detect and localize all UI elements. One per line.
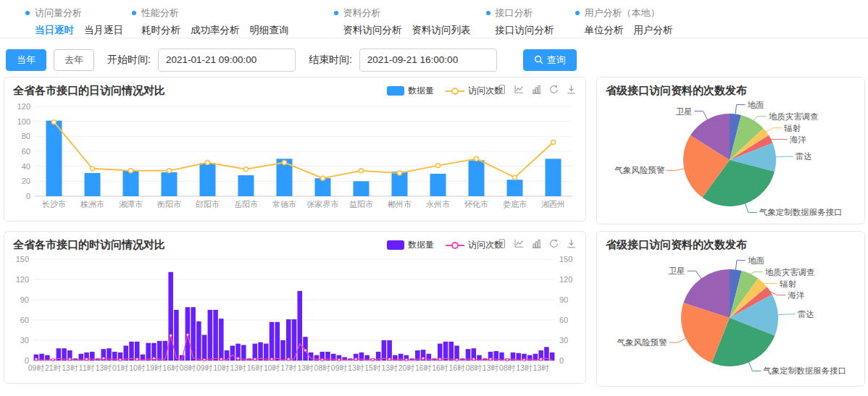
- left-column: 全省各市接口的日访问情况对比 数据量 访问次数 020406080100120长…: [4, 77, 586, 387]
- bar: [208, 310, 213, 361]
- nav-item[interactable]: 资料访问列表: [412, 24, 471, 37]
- pie-label: 气象定制数据服务接口: [763, 366, 846, 375]
- bullet-dot-icon: [25, 11, 30, 15]
- refresh-icon[interactable]: [548, 238, 559, 249]
- bar: [270, 322, 275, 361]
- svg-text:永州市: 永州市: [426, 200, 450, 208]
- bar: [507, 180, 523, 196]
- nav-item[interactable]: 耗时分析: [141, 24, 180, 37]
- svg-text:08时: 08时: [314, 363, 331, 372]
- nav-group-title: 性能分析: [132, 7, 289, 20]
- pie-label: 雷达: [796, 152, 812, 161]
- line-chart-switch-icon[interactable]: [514, 84, 525, 95]
- nav-item[interactable]: 接口访问分析: [496, 24, 554, 37]
- legend-item-dataset[interactable]: 数据量: [387, 239, 434, 251]
- chart-toolbox: [496, 238, 577, 249]
- pie-label: 气象定制数据服务接口: [759, 208, 843, 216]
- line-chart-switch-icon[interactable]: [514, 238, 525, 249]
- bar-chart-switch-icon[interactable]: [531, 84, 542, 95]
- svg-text:张家界市: 张家界市: [307, 200, 339, 208]
- bar: [258, 342, 263, 361]
- bar: [46, 121, 62, 196]
- bar-swatch: [387, 86, 404, 96]
- svg-text:13时: 13时: [516, 363, 533, 372]
- pie-label: 海洋: [788, 291, 805, 300]
- filter-bar: 当年 去年 开始时间: 结束时间: 查询: [0, 38, 868, 72]
- download-icon[interactable]: [566, 238, 577, 249]
- svg-text:40: 40: [22, 162, 30, 171]
- svg-text:岳阳市: 岳阳市: [234, 200, 258, 208]
- svg-text:16时: 16时: [432, 363, 448, 372]
- svg-text:13时: 13时: [533, 363, 550, 372]
- svg-text:90: 90: [559, 295, 568, 304]
- refresh-icon[interactable]: [548, 84, 559, 95]
- svg-text:08时: 08时: [466, 363, 483, 372]
- pie-label: 雷达: [798, 310, 814, 319]
- last-year-button[interactable]: 去年: [54, 49, 94, 71]
- bullet-dot-icon: [334, 11, 338, 15]
- svg-text:湘西州: 湘西州: [541, 200, 565, 208]
- end-time-label: 结束时间:: [309, 54, 352, 67]
- bar: [264, 344, 269, 361]
- access-count-pie-chart: 地面地质灾害调查辐射海洋雷达气象定制数据服务接口气象风险预警卫星: [597, 96, 864, 224]
- bar: [469, 160, 485, 196]
- data-view-icon[interactable]: [496, 238, 507, 249]
- svg-text:10时: 10时: [213, 363, 230, 372]
- legend-item-visits[interactable]: 访问次数: [446, 239, 503, 251]
- bar: [168, 272, 173, 361]
- bar: [202, 335, 207, 361]
- nav-item[interactable]: 明细查询: [250, 24, 289, 37]
- query-button-label: 查询: [547, 54, 566, 67]
- this-year-button[interactable]: 当年: [6, 49, 46, 71]
- pie-label: 气象风险预警: [614, 166, 665, 174]
- query-button[interactable]: 查询: [523, 49, 577, 71]
- search-icon: [534, 55, 543, 64]
- province-pie-card-1: 省级接口访问资料的次数发布 地面地质灾害调查辐射海洋雷达气象定制数据服务接口气象…: [596, 77, 865, 224]
- nav-item[interactable]: 当月逐日: [84, 24, 123, 37]
- bar-series: [46, 121, 562, 196]
- svg-text:120: 120: [17, 102, 30, 111]
- nav-item[interactable]: 成功率分析: [191, 24, 240, 37]
- bar: [162, 172, 178, 196]
- nav-item[interactable]: 资料访问分析: [343, 24, 402, 37]
- svg-text:13时: 13时: [297, 363, 314, 372]
- svg-text:16时: 16时: [448, 363, 465, 372]
- chart-legend: 数据量 访问次数: [387, 85, 503, 97]
- nav-group-3: 接口分析接口访问分析: [486, 7, 554, 37]
- svg-text:30: 30: [20, 336, 29, 345]
- svg-text:08时: 08时: [499, 363, 516, 372]
- svg-text:150: 150: [559, 255, 572, 264]
- nav-group-title: 资料分析: [334, 7, 471, 20]
- pie-label: 辐射: [784, 124, 801, 132]
- nav-item[interactable]: 单位分析: [585, 24, 624, 37]
- bullet-dot-icon: [575, 11, 580, 15]
- bar: [123, 345, 128, 361]
- right-column: 省级接口访问资料的次数发布 地面地质灾害调查辐射海洋雷达气象定制数据服务接口气象…: [596, 77, 865, 387]
- pie-label: 卫星: [675, 107, 692, 116]
- svg-text:20时: 20时: [398, 363, 415, 372]
- download-icon[interactable]: [566, 84, 577, 95]
- line-swatch: [446, 245, 464, 246]
- svg-text:13时: 13时: [96, 363, 112, 372]
- bar: [213, 310, 218, 361]
- legend-item-visits[interactable]: 访问次数: [446, 85, 503, 97]
- nav-item[interactable]: 用户分析: [634, 24, 673, 37]
- bullet-dot-icon: [132, 11, 136, 15]
- svg-text:11时: 11时: [79, 363, 95, 372]
- bar-chart-switch-icon[interactable]: [531, 238, 542, 249]
- nav-group-2: 资料分析资料访问分析资料访问列表: [334, 7, 471, 37]
- svg-text:100: 100: [17, 117, 30, 126]
- bar-series: [34, 272, 555, 361]
- pie-label: 辐射: [780, 279, 797, 288]
- legend-label: 数据量: [408, 239, 434, 251]
- svg-text:09时: 09时: [331, 363, 348, 372]
- svg-text:15时: 15时: [364, 363, 381, 372]
- nav-item[interactable]: 当日逐时: [35, 24, 74, 37]
- pie-label: 地面: [748, 101, 764, 109]
- end-time-input[interactable]: [359, 49, 497, 72]
- legend-item-dataset[interactable]: 数据量: [387, 85, 434, 97]
- daily-bar-line-chart: 020406080100120长沙市株洲市湘潭市衡阳市邵阳市岳阳市常德市张家界市…: [7, 99, 583, 219]
- svg-text:80: 80: [22, 132, 30, 140]
- start-time-input[interactable]: [158, 49, 296, 72]
- data-view-icon[interactable]: [496, 84, 507, 95]
